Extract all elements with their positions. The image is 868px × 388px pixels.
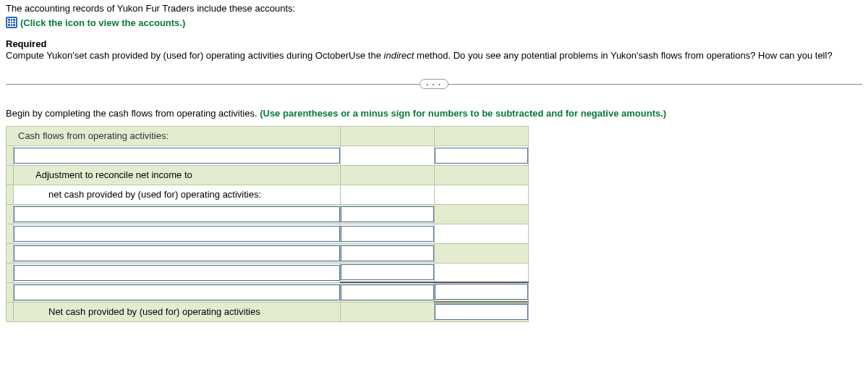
table-row [7,146,529,165]
amount-input-6a[interactable] [341,284,434,300]
instruction-green: (Use parentheses or a minus sign for num… [260,108,666,119]
amount-input-3a[interactable] [341,226,434,242]
req-italic: indirect [384,50,414,61]
amount-input-4a[interactable] [341,245,434,261]
table-row [7,224,529,243]
requirement-text: Compute Yukon'set cash provided by (used… [6,49,862,62]
intro-text: The accounting records of Yukon Fur Trad… [6,3,862,14]
instruction-text: Begin by completing the cash flows from … [6,108,862,119]
amount-netcash[interactable] [435,304,528,320]
section-divider: • • • [6,84,862,85]
line-item-input-4[interactable] [14,245,340,261]
line-item-input-6[interactable] [14,284,340,300]
table-row: net cash provided by (used for) operatin… [7,185,529,204]
header-label: Cash flows from operating activities: [11,130,340,141]
required-heading: Required [6,38,862,49]
table-row [7,243,529,263]
line-item-input-5[interactable] [14,265,340,281]
view-accounts-label: (Click the icon to view the accounts.) [20,17,185,28]
cashflow-worksheet: Cash flows from operating activities: Ad… [6,126,529,322]
amount-input-2a[interactable] [341,206,434,222]
table-icon [6,17,17,28]
adjust-label-1: Adjustment to reconcile net income to [14,169,340,180]
req-part1: Compute Yukon'set cash provided by (used… [6,50,384,61]
line-item-input-3[interactable] [14,226,340,242]
table-row: Cash flows from operating activities: [7,126,529,146]
netcash-label: Net cash provided by (used for) operatin… [14,306,340,317]
table-row [7,204,529,224]
table-row: Net cash provided by (used for) operatin… [7,302,529,321]
amount-input-1b[interactable] [435,148,528,164]
table-row [7,263,529,282]
amount-input-5a[interactable] [341,264,434,280]
adjust-label-2: net cash provided by (used for) operatin… [14,189,340,200]
instruction-plain: Begin by completing the cash flows from … [6,108,260,119]
line-item-input-2[interactable] [14,206,340,222]
line-item-input-1[interactable] [14,148,340,164]
amount-input-6b[interactable] [435,284,528,300]
expand-pill[interactable]: • • • [420,79,448,89]
req-part2: method. Do you see any potential problem… [414,50,832,61]
view-accounts-link[interactable]: (Click the icon to view the accounts.) [6,17,862,28]
table-row [7,282,529,302]
table-row: Adjustment to reconcile net income to [7,165,529,185]
